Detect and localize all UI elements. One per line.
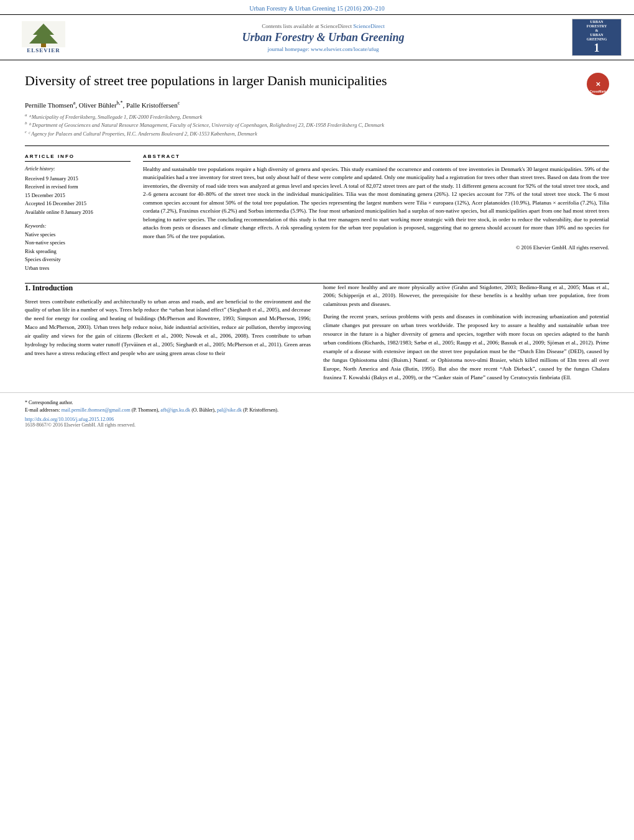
email1-link[interactable]: mail.pernille.thomsen@gmail.com xyxy=(62,407,131,413)
affiliation-b: b ᵇ Department of Geosciences and Natura… xyxy=(25,121,609,129)
email3-link[interactable]: pal@sike.dk xyxy=(217,407,242,413)
contents-available-text: Contents lists available at ScienceDirec… xyxy=(75,23,572,29)
elsevier-tree-logo xyxy=(22,21,65,47)
intro-right-column: home feel more healthy and are more phys… xyxy=(323,284,609,386)
email-footnote: E-mail addresses: mail.pernille.thomsen@… xyxy=(25,407,609,414)
svg-text:✕: ✕ xyxy=(595,81,600,88)
header-divider xyxy=(25,145,609,146)
journal-logo-right: URBANFORESTRY&URBANGREENING 1 xyxy=(572,19,622,56)
keywords-section: Keywords: Native species Non-native spec… xyxy=(25,223,131,273)
article-title-row: Diversity of street tree populations in … xyxy=(25,73,609,95)
issn-text: 1618-8667/© 2016 Elsevier GmbH. All righ… xyxy=(25,422,609,428)
journal-url[interactable]: www.elsevier.com/locate/ufug xyxy=(311,46,379,52)
journal-header-center: Contents lists available at ScienceDirec… xyxy=(75,23,572,52)
article-info-heading: ARTICLE INFO xyxy=(25,154,131,162)
intro-left-text: Street trees contribute esthetically and… xyxy=(25,298,311,359)
svg-rect-2 xyxy=(41,44,46,47)
info-abstract-columns: ARTICLE INFO Article history: Received 9… xyxy=(25,154,609,273)
abstract-heading: ABSTRACT xyxy=(143,154,609,162)
abstract-text: Healthy and sustainable tree populations… xyxy=(143,165,609,241)
intro-right-text: home feel more healthy and are more phys… xyxy=(323,284,609,382)
journal-citation: Urban Forestry & Urban Greening 15 (2016… xyxy=(0,0,634,14)
article-title: Diversity of street tree populations in … xyxy=(25,73,581,89)
authors: Pernille Thomsena, Oliver Bühlerb,*, Pal… xyxy=(25,100,609,109)
crossmark-badge: ✕ CrossMark xyxy=(587,73,609,95)
abstract-column: ABSTRACT Healthy and sustainable tree po… xyxy=(143,154,609,273)
article-info-column: ARTICLE INFO Article history: Received 9… xyxy=(25,154,131,273)
main-content: Diversity of street tree populations in … xyxy=(0,60,634,273)
intro-left-column: 1. Introduction Street trees contribute … xyxy=(25,284,311,386)
page: Urban Forestry & Urban Greening 15 (2016… xyxy=(0,0,634,840)
article-history: Article history: Received 9 January 2015… xyxy=(25,165,131,217)
journal-header: ELSEVIER Contents lists available at Sci… xyxy=(0,14,634,60)
elsevier-text: ELSEVIER xyxy=(27,47,60,53)
email2-link[interactable]: afb@ign.ku.dk xyxy=(160,407,190,413)
journal-title: Urban Forestry & Urban Greening xyxy=(75,31,572,44)
affiliation-a: a ᵃ Municipality of Frederiksberg, Small… xyxy=(25,113,609,121)
intro-title: 1. Introduction xyxy=(25,284,311,293)
footer-area: * Corresponding author. E-mail addresses… xyxy=(0,392,634,428)
doi-link[interactable]: http://dx.doi.org/10.1016/j.ufug.2015.12… xyxy=(25,417,609,422)
svg-text:CrossMark: CrossMark xyxy=(590,90,606,93)
affiliation-c: c ᶜ Agency for Palaces and Cultural Prop… xyxy=(25,129,609,138)
journal-homepage: journal homepage: www.elsevier.com/locat… xyxy=(75,46,572,52)
affiliations: a ᵃ Municipality of Frederiksberg, Small… xyxy=(25,113,609,138)
corresponding-author-note: * Corresponding author. xyxy=(25,399,609,407)
introduction-section: 1. Introduction Street trees contribute … xyxy=(0,284,634,386)
elsevier-logo-area: ELSEVIER xyxy=(12,21,75,53)
copyright: © 2016 Elsevier GmbH. All rights reserve… xyxy=(143,244,609,251)
